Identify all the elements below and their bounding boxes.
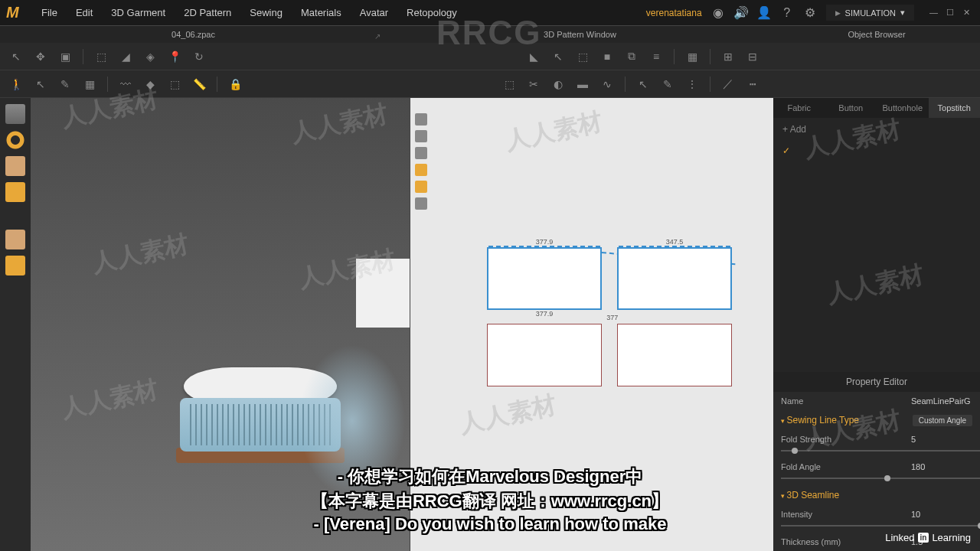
arrangement-tool-icon[interactable]	[5, 130, 25, 150]
avatar-tool-icon[interactable]: 🚶	[6, 74, 26, 94]
item-check-icon[interactable]: ✓	[773, 141, 980, 161]
menu-sewing[interactable]: Sewing	[242, 4, 290, 21]
layers-tool-icon[interactable]: ≡	[646, 47, 666, 67]
fold-strength-label: Fold Strength	[781, 435, 911, 444]
mini-tool-4[interactable]	[415, 164, 427, 176]
line-tool-icon[interactable]: ／	[718, 74, 738, 94]
popout-icon[interactable]: ↗	[374, 32, 381, 41]
dimension-mid: 377	[605, 314, 619, 321]
fabric-tool-icon[interactable]	[5, 182, 25, 202]
pointer-tool-icon[interactable]: ↖	[31, 74, 51, 94]
tack-tool-icon[interactable]: ◈	[140, 47, 160, 67]
accessory-tool-icon[interactable]	[5, 256, 25, 276]
mini-tool-3[interactable]	[415, 147, 427, 159]
free-tool-icon[interactable]: ✎	[658, 74, 678, 94]
intensity-slider[interactable]	[781, 525, 980, 527]
intensity-label: Intensity	[781, 510, 911, 519]
dimension-top: 377.9	[534, 238, 555, 246]
3d-pillow-object[interactable]	[168, 367, 352, 474]
tab-button[interactable]: Button	[825, 98, 877, 118]
simulation-button[interactable]: SIMULATION ▾	[826, 5, 914, 21]
fold-tool-icon[interactable]: ◢	[116, 47, 136, 67]
dash-tool-icon[interactable]: ┅	[743, 74, 763, 94]
minimize-icon[interactable]: —	[929, 8, 940, 18]
user-icon[interactable]: 👤	[757, 6, 771, 20]
notch-tool-icon[interactable]: ⋮	[682, 74, 702, 94]
pin-tool-icon[interactable]: 📍	[165, 47, 185, 67]
pattern-piece-2[interactable]: 347.5	[617, 247, 732, 310]
distribute-tool-icon[interactable]: ⊟	[743, 47, 763, 67]
grid-tool-icon[interactable]: ▦	[682, 47, 702, 67]
avatar-side-icon[interactable]	[5, 156, 25, 176]
sewing-line-type-section[interactable]: Sewing Line Type Custom Angle	[773, 410, 980, 430]
align-tool-icon[interactable]: ⊞	[718, 47, 738, 67]
3d-seamline-section[interactable]: 3D Seamline	[773, 485, 980, 505]
copy-tool-icon[interactable]: ⧉	[622, 47, 642, 67]
mini-tool-6[interactable]	[415, 197, 427, 210]
menu-file[interactable]: File	[34, 4, 65, 21]
pattern-piece-3[interactable]: 377	[487, 324, 602, 386]
custom-angle-button[interactable]: Custom Angle	[913, 415, 972, 426]
main-area: 377.9 377.9 347.5 377 Fabric Button Butt…	[0, 98, 980, 551]
browser-tabs: Fabric Button Buttonhole Topstitch	[773, 98, 980, 118]
hem-tool-icon[interactable]: ⬚	[499, 74, 519, 94]
close-icon[interactable]: ✕	[963, 8, 974, 18]
add-point-icon[interactable]: ⬚	[573, 47, 593, 67]
segment-tool-icon[interactable]: ↖	[633, 74, 653, 94]
fold-angle-slider[interactable]	[781, 478, 980, 479]
pose-tool-icon[interactable]	[5, 230, 25, 249]
measure-tool-icon[interactable]: 📏	[189, 74, 209, 94]
2d-pattern-viewport[interactable]: 377.9 377.9 347.5 377	[410, 98, 773, 551]
sync-icon[interactable]: ◉	[711, 6, 725, 20]
lock-tool-icon[interactable]: 🔒	[225, 74, 245, 94]
name-value[interactable]: SeamLinePairG	[911, 396, 972, 406]
settings-icon[interactable]: ⚙	[803, 6, 817, 20]
mini-tool-1[interactable]	[415, 113, 427, 126]
tab-fabric[interactable]: Fabric	[773, 98, 825, 118]
garment-tool-icon[interactable]	[5, 104, 25, 124]
shape-tool-icon[interactable]: ◣	[524, 47, 544, 67]
move-tool-icon[interactable]: ✥	[31, 47, 51, 67]
file-name-label: 04_06.zpac ↗	[0, 30, 387, 39]
mesh-tool-icon[interactable]: ▦	[80, 74, 100, 94]
curve-tool-icon[interactable]: ∿	[597, 74, 617, 94]
help-icon[interactable]: ?	[780, 6, 794, 20]
iron-tool-icon[interactable]: ▬	[573, 74, 593, 94]
maximize-icon[interactable]: ☐	[946, 8, 957, 18]
add-button[interactable]: Add	[773, 118, 980, 141]
tab-buttonhole[interactable]: Buttonhole	[877, 98, 929, 118]
cut-tool-icon[interactable]: ✂	[524, 74, 544, 94]
fold-strength-value[interactable]: 5	[911, 435, 972, 444]
mini-tool-5[interactable]	[415, 181, 427, 193]
intensity-value[interactable]: 10	[911, 510, 972, 519]
fold-strength-slider[interactable]	[781, 450, 980, 452]
username-label: verenatatiana	[646, 8, 702, 18]
menu-retopology[interactable]: Retopology	[399, 4, 465, 21]
refresh-tool-icon[interactable]: ↻	[189, 47, 209, 67]
edit-tool-icon[interactable]: ↖	[548, 47, 568, 67]
fold-angle-value[interactable]: 180	[911, 462, 972, 471]
brush-tool-icon[interactable]: ✎	[55, 74, 75, 94]
trace-tool-icon[interactable]: ◐	[548, 74, 568, 94]
pattern-piece-1[interactable]: 377.9 377.9	[487, 247, 602, 310]
select-tool-icon[interactable]: ↖	[6, 47, 26, 67]
seam-tool-icon[interactable]: 〰	[116, 74, 136, 94]
main-menu: File Edit 3D Garment 2D Pattern Sewing M…	[34, 4, 465, 21]
3d-viewport[interactable]	[31, 98, 410, 551]
texture-tool-icon[interactable]: ⬚	[165, 74, 185, 94]
arrange-tool-icon[interactable]: ⬚	[91, 47, 111, 67]
rect-tool-icon[interactable]: ■	[597, 47, 617, 67]
browser-title-label: Object Browser	[773, 30, 980, 39]
menu-avatar[interactable]: Avatar	[352, 4, 396, 21]
sound-icon[interactable]: 🔊	[734, 6, 748, 20]
pattern-piece-4[interactable]	[617, 324, 732, 386]
dart-tool-icon[interactable]: ◆	[140, 74, 160, 94]
menu-2d-pattern[interactable]: 2D Pattern	[176, 4, 239, 21]
mini-tool-2[interactable]	[415, 130, 427, 142]
right-panel: Fabric Button Buttonhole Topstitch Add ✓…	[773, 98, 980, 551]
menu-edit[interactable]: Edit	[68, 4, 100, 21]
select-box-icon[interactable]: ▣	[55, 47, 75, 67]
tab-topstitch[interactable]: Topstitch	[929, 98, 981, 118]
menu-3d-garment[interactable]: 3D Garment	[103, 4, 173, 21]
menu-materials[interactable]: Materials	[293, 4, 349, 21]
